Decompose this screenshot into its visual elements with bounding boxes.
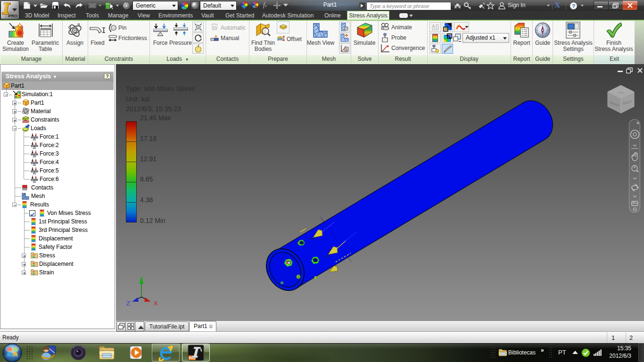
svg-text:?: ? <box>106 74 108 79</box>
svg-text:Y: Y <box>140 275 144 282</box>
svg-text:X: X <box>154 300 158 307</box>
svg-text:?: ? <box>572 3 575 9</box>
svg-text:Z: Z <box>126 300 130 307</box>
